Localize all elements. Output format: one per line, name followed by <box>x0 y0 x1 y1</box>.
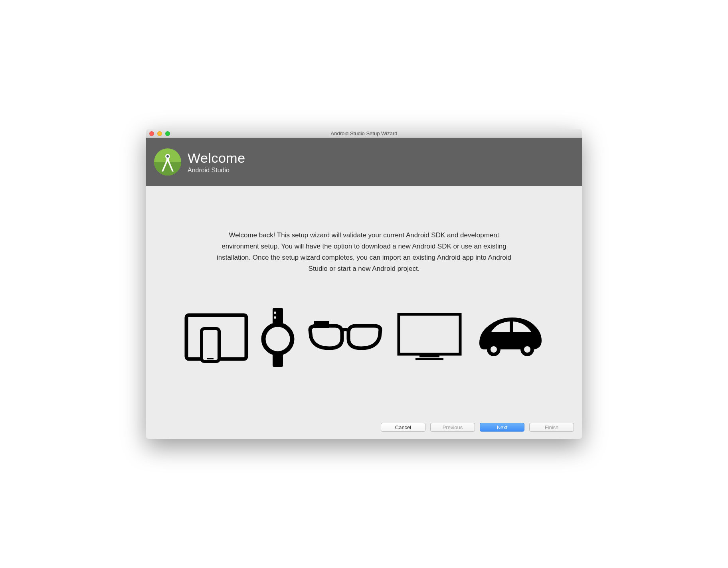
devices-row <box>170 307 558 367</box>
page-subtitle: Android Studio <box>188 167 245 174</box>
next-button[interactable]: Next <box>480 423 524 432</box>
window-title: Android Studio Setup Wizard <box>149 130 579 136</box>
previous-button: Previous <box>430 423 475 432</box>
svg-rect-3 <box>166 157 169 161</box>
content-area: Welcome back! This setup wizard will val… <box>146 186 582 417</box>
svg-point-4 <box>166 155 169 158</box>
svg-point-9 <box>274 312 276 314</box>
finish-button: Finish <box>529 423 574 432</box>
watch-icon <box>261 307 295 367</box>
svg-rect-16 <box>415 358 443 360</box>
header-banner: Welcome Android Studio <box>146 138 582 186</box>
tv-icon <box>396 311 463 363</box>
close-button[interactable] <box>149 131 154 136</box>
header-text: Welcome Android Studio <box>188 150 245 174</box>
tablet-phone-icon <box>182 311 250 363</box>
page-title: Welcome <box>188 150 245 166</box>
cancel-button[interactable]: Cancel <box>381 423 425 432</box>
welcome-description: Welcome back! This setup wizard will val… <box>212 230 516 274</box>
svg-rect-15 <box>419 355 439 357</box>
svg-rect-6 <box>202 329 219 361</box>
titlebar: Android Studio Setup Wizard <box>146 129 582 138</box>
svg-point-10 <box>274 316 276 319</box>
svg-point-11 <box>263 325 292 353</box>
svg-point-18 <box>491 346 497 353</box>
maximize-button[interactable] <box>165 131 170 136</box>
wizard-window: Android Studio Setup Wizard Welcome Andr… <box>146 129 582 439</box>
car-icon <box>474 315 546 359</box>
svg-point-20 <box>524 346 530 353</box>
svg-rect-14 <box>399 314 460 354</box>
svg-rect-7 <box>207 358 214 359</box>
glasses-icon <box>305 321 385 353</box>
footer-buttons: Cancel Previous Next Finish <box>146 417 582 439</box>
traffic-lights <box>149 131 170 136</box>
android-studio-logo-icon <box>153 148 182 176</box>
svg-rect-8 <box>273 308 283 325</box>
minimize-button[interactable] <box>157 131 162 136</box>
svg-rect-13 <box>314 321 329 328</box>
svg-rect-12 <box>273 352 283 367</box>
